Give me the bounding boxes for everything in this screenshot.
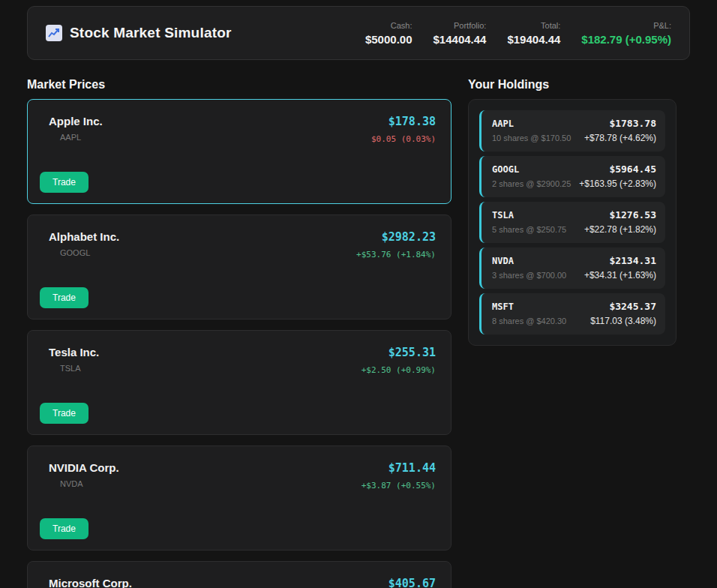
stock-price: $255.31 <box>362 346 436 359</box>
stock-symbol: GOOGL <box>60 248 119 257</box>
holding-row: 5 shares @ $250.75 +$22.78 (+1.82%) <box>492 224 656 235</box>
stock-card-top: Tesla Inc. TSLA $255.31 +$2.50 (+0.99%) <box>40 346 436 375</box>
stock-symbol: TSLA <box>60 364 99 373</box>
app-title-group: Stock Market Simulator <box>46 25 232 41</box>
stock-name: Tesla Inc. <box>49 346 99 358</box>
stock-price: $405.67 <box>388 577 436 588</box>
market-prices-section: Market Prices Apple Inc. AAPL $178.38 $0… <box>27 78 452 588</box>
stat-portfolio-value: $14404.44 <box>434 33 487 46</box>
holding-row: 10 shares @ $170.50 +$78.78 (+4.62%) <box>492 133 656 143</box>
holding-value: $5964.45 <box>609 164 656 175</box>
chart-increasing-icon <box>46 25 62 41</box>
holding-symbol: MSFT <box>492 302 514 312</box>
holdings-heading: Your Holdings <box>468 78 676 92</box>
stock-quote: $255.31 +$2.50 (+0.99%) <box>362 346 436 375</box>
stock-info: Apple Inc. AAPL <box>40 115 103 144</box>
stat-pnl: P&L: $182.79 (+0.95%) <box>581 21 671 46</box>
holding-shares: 10 shares @ $170.50 <box>492 134 571 142</box>
holding-row: 2 shares @ $2900.25 +$163.95 (+2.83%) <box>492 178 656 189</box>
stock-info: NVIDIA Corp. NVDA <box>40 461 119 490</box>
stock-card-top: Microsoft Corp. $405.67 <box>40 577 436 588</box>
holding-gain: +$78.78 (+4.62%) <box>584 133 656 143</box>
stat-cash-value: $5000.00 <box>365 33 412 46</box>
stat-cash: Cash: $5000.00 <box>365 21 412 46</box>
holding-value: $2134.31 <box>609 255 656 266</box>
stock-info: Tesla Inc. TSLA <box>40 346 99 375</box>
holding-gain: +$34.31 (+1.63%) <box>584 270 656 280</box>
stock-quote: $2982.23 +$53.76 (+1.84%) <box>356 230 436 260</box>
stock-card-msft[interactable]: Microsoft Corp. $405.67 Trade <box>27 561 452 588</box>
holding-item-nvda: NVDA $2134.31 3 shares @ $700.00 +$34.31… <box>479 248 665 289</box>
holding-row: 8 shares @ $420.30 $117.03 (3.48%) <box>492 316 656 326</box>
stock-card-aapl[interactable]: Apple Inc. AAPL $178.38 $0.05 (0.03%) Tr… <box>27 99 452 204</box>
stock-quote: $178.38 $0.05 (0.03%) <box>371 115 436 144</box>
stat-pnl-label: P&L: <box>581 21 671 30</box>
stock-card-top: Apple Inc. AAPL $178.38 $0.05 (0.03%) <box>40 115 436 144</box>
holding-shares: 2 shares @ $2900.25 <box>492 179 571 188</box>
stock-name: Alphabet Inc. <box>49 230 119 243</box>
trade-button-tsla[interactable]: Trade <box>40 403 88 424</box>
holding-item-googl: GOOGL $5964.45 2 shares @ $2900.25 +$163… <box>479 156 665 197</box>
trade-button-aapl[interactable]: Trade <box>40 172 88 193</box>
holding-value: $1276.53 <box>609 209 656 220</box>
holding-item-tsla: TSLA $1276.53 5 shares @ $250.75 +$22.78… <box>479 202 665 243</box>
holding-shares: 3 shares @ $700.00 <box>492 271 566 280</box>
holding-item-msft: MSFT $3245.37 8 shares @ $420.30 $117.03… <box>479 293 665 334</box>
stock-card-top: NVIDIA Corp. NVDA $711.44 +$3.87 (+0.55%… <box>40 461 436 490</box>
stock-name: NVIDIA Corp. <box>49 461 119 474</box>
stock-price: $178.38 <box>371 115 436 128</box>
main-content: Market Prices Apple Inc. AAPL $178.38 $0… <box>0 78 717 588</box>
stock-price: $711.44 <box>362 461 436 475</box>
holding-gain: $117.03 (3.48%) <box>590 316 656 326</box>
holding-symbol: TSLA <box>492 210 514 220</box>
stock-name: Apple Inc. <box>49 115 103 128</box>
holding-shares: 8 shares @ $420.30 <box>492 316 566 326</box>
holding-row: GOOGL $5964.45 <box>492 164 656 175</box>
stock-name: Microsoft Corp. <box>49 577 132 588</box>
stat-portfolio-label: Portfolio: <box>434 21 487 30</box>
stat-total-value: $19404.44 <box>507 33 560 46</box>
holding-row: MSFT $3245.37 <box>492 301 656 312</box>
holding-gain: +$163.95 (+2.83%) <box>579 178 656 189</box>
stat-cash-label: Cash: <box>365 21 412 30</box>
stock-card-googl[interactable]: Alphabet Inc. GOOGL $2982.23 +$53.76 (+1… <box>27 214 452 320</box>
holdings-section: Your Holdings AAPL $1783.78 10 shares @ … <box>468 78 676 588</box>
holding-symbol: AAPL <box>492 118 514 129</box>
stat-total: Total: $19404.44 <box>507 21 560 46</box>
stock-card-top: Alphabet Inc. GOOGL $2982.23 +$53.76 (+1… <box>40 230 436 260</box>
stock-symbol: NVDA <box>60 479 119 488</box>
stat-pnl-value: $182.79 (+0.95%) <box>581 33 671 46</box>
holding-item-aapl: AAPL $1783.78 10 shares @ $170.50 +$78.7… <box>479 110 665 152</box>
stock-info: Alphabet Inc. GOOGL <box>40 230 119 260</box>
stat-total-label: Total: <box>507 21 560 30</box>
holding-symbol: NVDA <box>492 256 514 266</box>
stock-change: +$3.87 (+0.55%) <box>362 481 436 490</box>
holding-symbol: GOOGL <box>492 164 519 175</box>
page-title: Stock Market Simulator <box>70 25 232 41</box>
stock-change: $0.05 (0.03%) <box>371 134 436 144</box>
stock-quote: $405.67 <box>388 577 436 588</box>
stock-card-tsla[interactable]: Tesla Inc. TSLA $255.31 +$2.50 (+0.99%) … <box>27 330 452 435</box>
trade-button-googl[interactable]: Trade <box>40 287 88 308</box>
stock-quote: $711.44 +$3.87 (+0.55%) <box>362 461 436 490</box>
stock-info: Microsoft Corp. <box>40 577 132 588</box>
stock-card-nvda[interactable]: NVIDIA Corp. NVDA $711.44 +$3.87 (+0.55%… <box>27 446 452 550</box>
app-header: Stock Market Simulator Cash: $5000.00 Po… <box>27 6 690 60</box>
holding-row: AAPL $1783.78 <box>492 118 656 129</box>
holding-row: 3 shares @ $700.00 +$34.31 (+1.63%) <box>492 270 656 280</box>
holding-value: $1783.78 <box>609 118 656 129</box>
holding-row: TSLA $1276.53 <box>492 209 656 220</box>
holdings-card: AAPL $1783.78 10 shares @ $170.50 +$78.7… <box>468 99 676 346</box>
trade-button-nvda[interactable]: Trade <box>40 518 88 539</box>
market-prices-heading: Market Prices <box>27 78 452 92</box>
stat-portfolio: Portfolio: $14404.44 <box>434 21 487 46</box>
header-stats: Cash: $5000.00 Portfolio: $14404.44 Tota… <box>365 21 671 46</box>
holding-row: NVDA $2134.31 <box>492 255 656 266</box>
holding-gain: +$22.78 (+1.82%) <box>584 224 656 235</box>
stock-price: $2982.23 <box>356 230 436 244</box>
holding-value: $3245.37 <box>609 301 656 312</box>
stock-change: +$2.50 (+0.99%) <box>362 365 436 375</box>
stock-change: +$53.76 (+1.84%) <box>356 250 436 260</box>
holding-shares: 5 shares @ $250.75 <box>492 225 566 234</box>
stock-symbol: AAPL <box>60 133 103 142</box>
